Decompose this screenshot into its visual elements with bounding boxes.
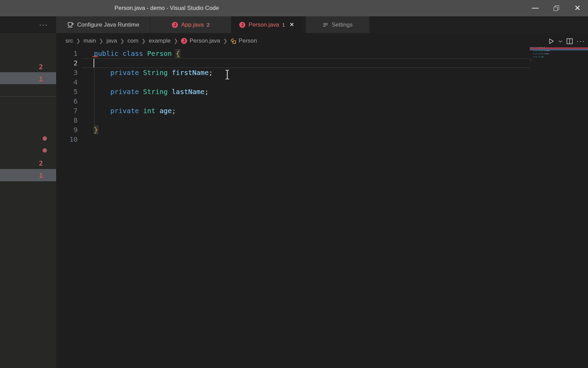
minimize-icon [532,8,539,9]
line-number[interactable]: 7 [56,106,78,116]
breadcrumb-label: main [83,37,96,44]
line-number[interactable]: 9 [56,125,78,135]
tab-problem-badge: 1 [282,22,285,28]
tab-label: Configure Java Runtime [77,21,139,28]
tab-close-icon[interactable]: ✕ [289,21,294,28]
title-bar: Person.java - demo - Visual Studio Code … [0,0,588,16]
minimap-code: public class Person { private String fir… [530,47,588,63]
code-line-7[interactable]: private int age; [94,106,176,116]
restore-button[interactable] [546,0,567,16]
indent-guide [94,68,95,125]
error-count-badge: 1 [34,75,48,83]
error-count-badge: 2 [34,63,48,71]
breadcrumb-separator-icon: ❯ [99,38,103,44]
line-number[interactable]: 2 [56,58,78,68]
highlighted-row [0,169,56,181]
line-number[interactable]: 6 [56,96,78,106]
tab-problem-badge: 2 [207,22,209,28]
error-squiggle-icon [93,56,98,58]
error-count-badge: 1 [34,171,48,180]
line-number[interactable]: 3 [56,68,78,77]
tab-bar: ··· Configure Java RuntimeJApp.java2JPer… [0,16,588,33]
breadcrumb-label: example [149,37,170,44]
line-number[interactable]: 1 [56,49,78,58]
breadcrumb-label: Person [239,37,257,44]
breadcrumb-item-java[interactable]: java [107,37,117,44]
breadcrumb-item-person-java[interactable]: JPerson.java [181,37,220,44]
mouse-ibeam-cursor [225,70,230,80]
breadcrumb-separator-icon: ❯ [142,38,146,44]
window-controls: ✕ [525,0,588,16]
breadcrumb-separator-icon: ❯ [120,38,125,44]
minimize-button[interactable] [525,0,546,16]
line-number[interactable]: 10 [56,135,78,144]
breadcrumb-separator-icon: ❯ [76,38,81,44]
minimap[interactable]: public class Person { private String fir… [530,46,588,67]
breadcrumb-separator-icon: ❯ [174,38,178,44]
highlighted-row [0,72,56,84]
java-file-icon: J [181,38,187,44]
breadcrumb-label: com [127,37,138,44]
line-number[interactable]: 4 [56,77,78,87]
tab-settings[interactable]: Settings [306,16,369,33]
close-button[interactable]: ✕ [567,0,588,16]
current-line-highlight [82,58,530,68]
more-tabs-ellipsis-icon[interactable]: ··· [35,16,52,33]
line-number[interactable]: 8 [56,116,78,125]
coffee-cup-icon [67,21,74,28]
settings-list-icon [323,22,329,28]
breadcrumb-item-example[interactable]: example [149,37,170,44]
line-number[interactable]: 5 [56,87,78,96]
code-line-1[interactable]: public class Person { [94,49,180,58]
breadcrumb-item-com[interactable]: com [127,37,138,44]
breadcrumb-label: Person.java [190,37,220,44]
class-symbol-icon [230,38,236,44]
tab-person-java[interactable]: JPerson.java1✕ [231,16,302,33]
text-cursor [94,59,94,67]
code-editor[interactable]: 12345678910 public class Person { privat… [56,49,588,368]
java-file-icon: J [239,22,245,28]
error-dot-icon [43,136,47,141]
breadcrumb-item-main[interactable]: main [83,37,96,44]
close-icon: ✕ [574,4,581,12]
vscode-window: 2 1 2 1 ··· Configure Java RuntimeJApp.j… [0,0,588,368]
tab-label: Person.java [248,21,279,28]
java-file-icon: J [172,22,178,28]
code-line-3[interactable]: private String firstName; [94,68,213,77]
breadcrumb-label: src [65,37,73,44]
tab-app-java[interactable]: JApp.java2 [150,16,231,33]
error-dot-icon [43,148,47,153]
divider [0,96,56,97]
breadcrumb-label: java [107,37,117,44]
breadcrumb-item-person[interactable]: Person [230,37,257,44]
left-panel-strip: 2 1 2 1 [0,16,56,368]
restore-icon [554,5,559,11]
code-line-9[interactable]: } [94,125,98,135]
breadcrumb: src❯main❯java❯com❯example❯JPerson.java❯P… [56,33,588,49]
breadcrumb-item-src[interactable]: src [65,37,73,44]
error-count-badge: 2 [34,159,48,167]
breadcrumb-separator-icon: ❯ [223,38,228,44]
tab-label: App.java [181,21,203,28]
window-title: Person.java - demo - Visual Studio Code [0,0,333,16]
tab-label: Settings [332,21,353,28]
tab-configure-java-runtime[interactable]: Configure Java Runtime [56,16,150,33]
code-line-5[interactable]: private String lastName; [94,87,209,96]
